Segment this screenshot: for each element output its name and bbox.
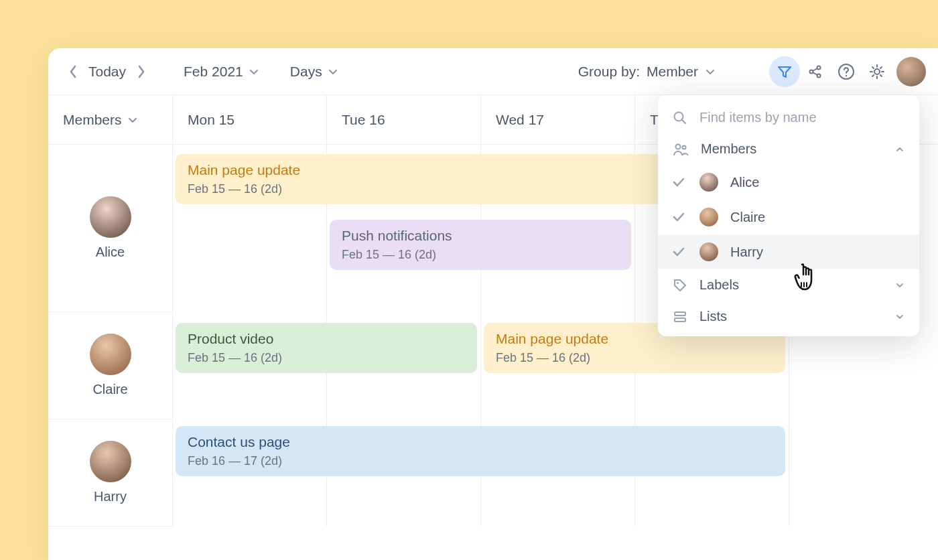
members-column-header[interactable]: Members bbox=[48, 95, 173, 144]
month-selector[interactable]: Feb 2021 bbox=[178, 60, 265, 84]
gear-icon bbox=[868, 63, 886, 80]
filter-member-name: Claire bbox=[730, 210, 765, 225]
day-header: Tue 16 bbox=[327, 95, 481, 144]
task-card[interactable]: Product video Feb 15 — 16 (2d) bbox=[176, 323, 477, 373]
today-button[interactable]: Today bbox=[83, 60, 131, 84]
next-button[interactable] bbox=[131, 62, 151, 82]
chevron-right-icon bbox=[137, 64, 146, 79]
filter-labels-label: Labels bbox=[699, 277, 883, 293]
filter-search-input[interactable] bbox=[699, 110, 904, 125]
task-title: Contact us page bbox=[188, 434, 773, 450]
task-date: Feb 15 — 16 (2d) bbox=[496, 351, 773, 365]
svg-rect-11 bbox=[675, 318, 685, 322]
chevron-up-icon bbox=[895, 145, 904, 154]
day-header: Wed 17 bbox=[481, 95, 635, 144]
view-label: Days bbox=[290, 64, 322, 80]
task-title: Push notifications bbox=[342, 228, 619, 244]
check-icon bbox=[673, 247, 687, 257]
help-icon bbox=[838, 63, 855, 80]
avatar bbox=[699, 208, 718, 226]
filter-section-lists[interactable]: Lists bbox=[658, 301, 919, 332]
member-name: Harry bbox=[94, 489, 127, 504]
member-row: Claire bbox=[48, 312, 172, 419]
month-label: Feb 2021 bbox=[184, 64, 243, 80]
group-by-label: Group by: bbox=[578, 64, 640, 80]
task-date: Feb 15 — 16 (2d) bbox=[188, 351, 465, 365]
toolbar: Today Feb 2021 Days Group by: Member bbox=[48, 48, 938, 95]
settings-button[interactable] bbox=[862, 56, 892, 87]
filter-member-item[interactable]: Alice bbox=[658, 165, 919, 200]
share-icon bbox=[807, 64, 823, 80]
members-header-label: Members bbox=[63, 112, 122, 128]
task-date: Feb 16 — 17 (2d) bbox=[188, 454, 773, 468]
share-button[interactable] bbox=[800, 56, 831, 87]
task-date: Feb 15 — 16 (2d) bbox=[342, 248, 619, 262]
funnel-icon bbox=[777, 64, 793, 80]
member-name: Claire bbox=[92, 382, 127, 397]
view-selector[interactable]: Days bbox=[285, 60, 344, 84]
prev-button[interactable] bbox=[63, 62, 83, 82]
svg-point-5 bbox=[874, 69, 880, 74]
profile-avatar[interactable] bbox=[896, 57, 926, 86]
filter-member-item[interactable]: Harry bbox=[658, 234, 919, 269]
check-icon bbox=[673, 212, 687, 222]
filter-search[interactable] bbox=[658, 102, 919, 133]
avatar bbox=[699, 242, 718, 261]
check-icon bbox=[673, 178, 687, 187]
members-sidebar: Alice Claire Harry bbox=[48, 145, 173, 527]
filter-members-label: Members bbox=[701, 141, 883, 157]
chevron-down-icon bbox=[328, 66, 338, 77]
avatar bbox=[90, 441, 131, 482]
filter-panel: Members Alice Claire Harry Labels Lists bbox=[658, 95, 919, 336]
svg-point-7 bbox=[676, 144, 681, 149]
avatar bbox=[699, 173, 718, 192]
task-card[interactable]: Push notifications Feb 15 — 16 (2d) bbox=[330, 220, 631, 270]
avatar bbox=[90, 334, 131, 375]
today-label: Today bbox=[88, 64, 126, 80]
member-name: Alice bbox=[96, 244, 125, 260]
group-by-value: Member bbox=[647, 64, 698, 80]
chevron-down-icon bbox=[249, 66, 259, 77]
day-header: Mon 15 bbox=[173, 95, 327, 144]
task-title: Product video bbox=[188, 331, 465, 347]
member-row: Alice bbox=[48, 145, 172, 312]
tag-icon bbox=[673, 278, 687, 293]
chevron-left-icon bbox=[68, 64, 78, 79]
svg-point-4 bbox=[846, 74, 847, 76]
list-icon bbox=[673, 309, 687, 324]
filter-section-labels[interactable]: Labels bbox=[658, 269, 919, 301]
filter-member-name: Alice bbox=[730, 175, 759, 190]
filter-button[interactable] bbox=[769, 56, 800, 87]
svg-rect-10 bbox=[675, 312, 685, 316]
filter-section-members[interactable]: Members bbox=[658, 133, 919, 165]
svg-point-9 bbox=[677, 282, 679, 284]
chevron-down-icon bbox=[895, 312, 904, 322]
chevron-down-icon bbox=[127, 115, 138, 125]
avatar bbox=[90, 196, 131, 238]
svg-point-8 bbox=[682, 145, 685, 149]
chevron-down-icon bbox=[705, 66, 716, 77]
member-row: Harry bbox=[48, 419, 172, 527]
filter-member-name: Harry bbox=[730, 244, 763, 260]
group-by-selector[interactable]: Member bbox=[647, 64, 716, 80]
chevron-down-icon bbox=[895, 281, 904, 290]
filter-lists-label: Lists bbox=[699, 309, 883, 324]
help-button[interactable] bbox=[831, 56, 862, 87]
search-icon bbox=[673, 111, 687, 125]
filter-member-item[interactable]: Claire bbox=[658, 200, 919, 234]
task-card[interactable]: Contact us page Feb 16 — 17 (2d) bbox=[176, 426, 785, 476]
members-icon bbox=[673, 142, 689, 157]
